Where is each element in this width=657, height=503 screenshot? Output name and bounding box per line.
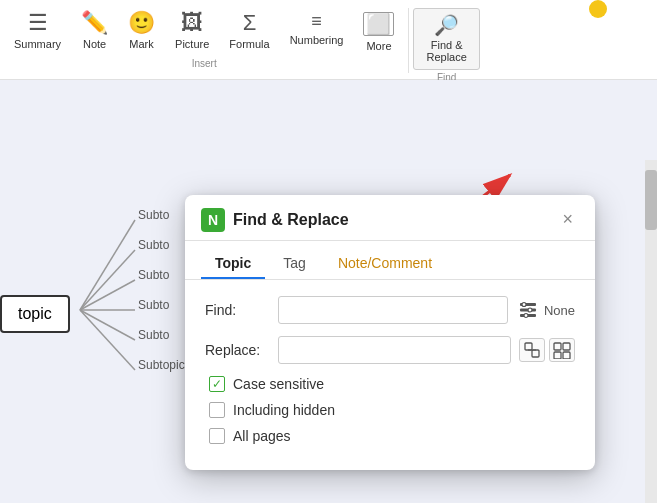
case-sensitive-row: ✓ Case sensitive bbox=[205, 376, 575, 392]
dialog-close-button[interactable]: × bbox=[556, 207, 579, 232]
find-options-button[interactable] bbox=[516, 298, 540, 322]
summary-icon: ☰ bbox=[28, 12, 48, 34]
more-icon: ⬜ bbox=[363, 12, 394, 36]
subtopic-6: Subtopic bbox=[138, 358, 185, 372]
dialog-app-icon: N bbox=[201, 208, 225, 232]
find-none-label: None bbox=[544, 303, 575, 318]
mark-label: Mark bbox=[129, 38, 153, 50]
ribbon: ☰ Summary ✏️ Note 🙂 Mark 🖼 Picture Σ bbox=[0, 0, 657, 80]
including-hidden-checkbox[interactable] bbox=[209, 402, 225, 418]
svg-rect-16 bbox=[554, 343, 561, 350]
scrollbar-thumb[interactable] bbox=[645, 170, 657, 230]
svg-rect-13 bbox=[525, 343, 532, 350]
svg-line-2 bbox=[80, 280, 135, 310]
ribbon-item-find-replace[interactable]: 🔎 Find &Replace bbox=[413, 8, 479, 70]
replace-format-icon bbox=[523, 341, 541, 359]
find-input[interactable] bbox=[278, 296, 508, 324]
ribbon-item-numbering[interactable]: ≡ Numbering bbox=[280, 8, 354, 50]
svg-line-1 bbox=[80, 250, 135, 310]
formula-label: Formula bbox=[229, 38, 269, 50]
all-pages-label: All pages bbox=[233, 428, 291, 444]
ribbon-group-insert-wrapper: ☰ Summary ✏️ Note 🙂 Mark 🖼 Picture Σ bbox=[4, 8, 404, 73]
options-icon bbox=[518, 300, 538, 320]
svg-point-11 bbox=[528, 308, 532, 312]
including-hidden-label: Including hidden bbox=[233, 402, 335, 418]
insert-group-label: Insert bbox=[4, 56, 404, 73]
find-row: Find: None bbox=[205, 296, 575, 324]
note-icon: ✏️ bbox=[81, 12, 108, 34]
ribbon-group-find-wrapper: 🔎 Find &Replace Find bbox=[413, 8, 479, 87]
ribbon-item-more[interactable]: ⬜ More bbox=[353, 8, 404, 56]
scrollbar[interactable] bbox=[645, 160, 657, 503]
numbering-label: Numbering bbox=[290, 34, 344, 46]
svg-rect-17 bbox=[563, 343, 570, 350]
ribbon-item-formula[interactable]: Σ Formula bbox=[219, 8, 279, 54]
svg-rect-19 bbox=[563, 352, 570, 359]
summary-label: Summary bbox=[14, 38, 61, 50]
ribbon-group-insert-items: ☰ Summary ✏️ Note 🙂 Mark 🖼 Picture Σ bbox=[4, 8, 404, 56]
svg-line-5 bbox=[80, 310, 135, 370]
numbering-icon: ≡ bbox=[311, 12, 322, 30]
find-replace-label: Find &Replace bbox=[426, 39, 466, 63]
case-sensitive-label: Case sensitive bbox=[233, 376, 324, 392]
ribbon-group-find-items: 🔎 Find &Replace bbox=[413, 8, 479, 70]
replace-icon-buttons bbox=[519, 338, 575, 362]
ribbon-group-find: 🔎 Find &Replace Find bbox=[409, 8, 483, 87]
svg-rect-14 bbox=[532, 350, 539, 357]
all-pages-checkbox[interactable] bbox=[209, 428, 225, 444]
replace-all-icon bbox=[553, 341, 571, 359]
replace-row: Replace: bbox=[205, 336, 575, 364]
case-sensitive-checkbox[interactable]: ✓ bbox=[209, 376, 225, 392]
svg-point-12 bbox=[524, 314, 528, 318]
formula-icon: Σ bbox=[243, 12, 257, 34]
including-hidden-row: Including hidden bbox=[205, 402, 575, 418]
replace-icon-1[interactable] bbox=[519, 338, 545, 362]
picture-icon: 🖼 bbox=[181, 12, 203, 34]
svg-line-0 bbox=[80, 220, 135, 310]
replace-icon-2[interactable] bbox=[549, 338, 575, 362]
dialog-title-area: N Find & Replace bbox=[201, 208, 349, 232]
ribbon-item-picture[interactable]: 🖼 Picture bbox=[165, 8, 219, 54]
more-label: More bbox=[366, 40, 391, 52]
find-replace-icon: 🔎 bbox=[434, 15, 459, 35]
svg-line-4 bbox=[80, 310, 135, 340]
subtopic-3: Subto bbox=[138, 268, 169, 282]
dialog-header: N Find & Replace × bbox=[185, 195, 595, 241]
svg-rect-18 bbox=[554, 352, 561, 359]
yellow-dot bbox=[589, 0, 607, 18]
tab-topic[interactable]: Topic bbox=[201, 249, 265, 279]
ribbon-item-mark[interactable]: 🙂 Mark bbox=[118, 8, 165, 54]
subtopic-5: Subto bbox=[138, 328, 169, 342]
replace-label: Replace: bbox=[205, 342, 270, 358]
subtopic-4: Subto bbox=[138, 298, 169, 312]
replace-input[interactable] bbox=[278, 336, 511, 364]
svg-point-10 bbox=[522, 303, 526, 307]
find-label: Find: bbox=[205, 302, 270, 318]
dialog-tabs: Topic Tag Note/Comment bbox=[185, 241, 595, 280]
all-pages-row: All pages bbox=[205, 428, 575, 444]
note-label: Note bbox=[83, 38, 106, 50]
find-replace-dialog: N Find & Replace × Topic Tag Note/Commen… bbox=[185, 195, 595, 470]
dialog-body: Find: None bbox=[185, 280, 595, 470]
tab-tag[interactable]: Tag bbox=[269, 249, 320, 279]
picture-label: Picture bbox=[175, 38, 209, 50]
subtopic-1: Subto bbox=[138, 208, 169, 222]
dialog-title: Find & Replace bbox=[233, 211, 349, 229]
find-input-actions: None bbox=[516, 298, 575, 322]
case-sensitive-check: ✓ bbox=[212, 378, 222, 390]
tab-note-comment[interactable]: Note/Comment bbox=[324, 249, 446, 279]
mark-icon: 🙂 bbox=[128, 12, 155, 34]
canvas-area: topic Subto Subto Subto Subto Subto Subt… bbox=[0, 80, 657, 503]
ribbon-item-summary[interactable]: ☰ Summary bbox=[4, 8, 71, 54]
subtopic-2: Subto bbox=[138, 238, 169, 252]
ribbon-group-insert: ☰ Summary ✏️ Note 🙂 Mark 🖼 Picture Σ bbox=[0, 8, 409, 73]
ribbon-item-note[interactable]: ✏️ Note bbox=[71, 8, 118, 54]
